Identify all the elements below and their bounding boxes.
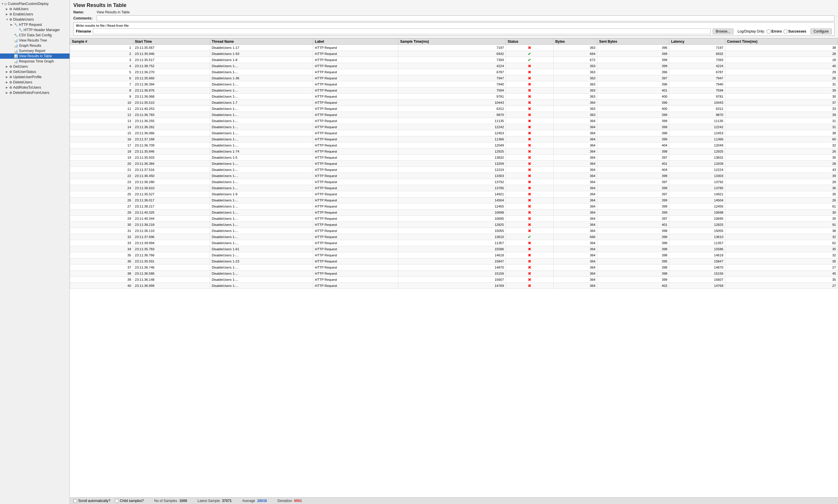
table-row[interactable]: 1523:11:36.066DisableUsers 1-...HTTP Req… (70, 130, 838, 136)
table-cell: ✖ (506, 216, 553, 222)
table-row[interactable]: 1823:11:35.846DisableUsers 1-74HTTP Requ… (70, 148, 838, 155)
table-row[interactable]: 2423:11:36.610DisableUsers 1-...HTTP Req… (70, 185, 838, 191)
table-row[interactable]: 1623:11:37.168DisableUsers 1-...HTTP Req… (70, 136, 838, 142)
sidebar-item-disable-users[interactable]: ▼ ⚙ DisableUsers (0, 17, 70, 22)
sidebar-item-label: Summary Report (19, 49, 46, 53)
browse-button[interactable]: Browse... (713, 29, 734, 34)
table-cell: 23:11:36.066 (133, 130, 210, 136)
sidebar-item-view-results-table[interactable]: 📊 View Results in Table (0, 53, 70, 59)
table-row[interactable]: 3323:11:39.994DisableUsers 1-...HTTP Req… (70, 240, 838, 246)
table-cell: 32 (725, 252, 838, 258)
sidebar-item-update-user-profile[interactable]: ▶ ⚙ UpdateUserProfile (0, 74, 70, 79)
table-row[interactable]: 2623:11:36.017DisableUsers 1-...HTTP Req… (70, 197, 838, 203)
table-row[interactable]: 3423:11:35.783DisableUsers 1-61HTTP Requ… (70, 246, 838, 252)
table-row[interactable]: 223:11:35.946DisableUsers 1-93HTTP Reque… (70, 51, 838, 57)
comments-input[interactable] (97, 15, 835, 21)
table-row[interactable]: 1423:11:36.262DisableUsers 1-...HTTP Req… (70, 124, 838, 130)
table-cell: 4224 (669, 63, 725, 69)
successes-checkbox-label[interactable]: Successes (784, 29, 806, 33)
table-row[interactable]: 1723:11:36.709DisableUsers 1-...HTTP Req… (70, 142, 838, 148)
table-cell: ✖ (506, 173, 553, 179)
errors-checkbox[interactable] (767, 30, 770, 33)
table-row[interactable]: 2823:11:40.325DisableUsers 1-...HTTP Req… (70, 210, 838, 216)
table-row[interactable]: 3823:11:36.586DisableUsers 1-...HTTP Req… (70, 271, 838, 277)
table-row[interactable]: 2523:11:35.527DisableUsers 1-9HTTP Reque… (70, 191, 838, 197)
table-cell: ✖ (506, 252, 553, 258)
sidebar-item-http-request[interactable]: ▶ 🔧 HTTP Request (0, 22, 70, 27)
sidebar-item-delete-roles-from-users[interactable]: ▶ ⚙ DeleteRolesFromUsers (0, 90, 70, 95)
sidebar-item-label: Response Time Graph (19, 59, 54, 64)
filename-input[interactable] (93, 29, 711, 34)
table-cell: 31 (725, 124, 838, 130)
sidebar-item-view-results-tree[interactable]: 📊 View Results Tree (0, 38, 70, 43)
table-row[interactable]: 4023:11:36.999DisableUsers 1-...HTTP Req… (70, 283, 838, 289)
table-cell: 23:11:36.255 (133, 118, 210, 124)
sidebar-item-enable-users[interactable]: ▶ ⚙ EnableUsers (0, 12, 70, 17)
table-cell: 23:11:38.752 (133, 63, 210, 69)
table-row[interactable]: 3023:11:38.218DisableUsers 1-...HTTP Req… (70, 222, 838, 228)
sidebar-item-response-time-graph[interactable]: 📊 Response Time Graph (0, 59, 70, 64)
child-samples-checkbox[interactable] (115, 499, 119, 503)
status-err-icon: ✖ (528, 204, 531, 209)
sidebar-item-add-users[interactable]: ▶ ⚙ AddUsers (0, 6, 70, 12)
table-row[interactable]: 723:11:36.394DisableUsers 1-...HTTP Requ… (70, 82, 838, 88)
configure-button[interactable]: Configure (810, 29, 832, 34)
table-row[interactable]: 1123:11:40.253DisableUsers 1-...HTTP Req… (70, 106, 838, 112)
table-cell: ✖ (506, 142, 553, 148)
table-row[interactable]: 1223:11:36.783DisableUsers 1-...HTTP Req… (70, 112, 838, 118)
table-row[interactable]: 1323:11:36.255DisableUsers 1-...HTTP Req… (70, 118, 838, 124)
table-row[interactable]: 623:11:35.660DisableUsers 1-36HTTP Reque… (70, 75, 838, 82)
sidebar-item-get-users[interactable]: ▶ ⚙ GetUsers (0, 64, 70, 69)
average-stat: Average 28016 (242, 499, 267, 503)
table-cell: 3 (70, 57, 133, 63)
table-row[interactable]: 3623:11:35.591DisableUsers 1-23HTTP Requ… (70, 258, 838, 265)
status-err-icon: ✖ (528, 210, 531, 215)
table-row[interactable]: 923:11:36.068DisableUsers 1-...HTTP Requ… (70, 94, 838, 100)
table-row[interactable]: 2323:11:36.280DisableUsers 1-...HTTP Req… (70, 179, 838, 185)
table-cell: 29 (725, 69, 838, 75)
table-row[interactable]: 3123:11:36.110DisableUsers 1-...HTTP Req… (70, 228, 838, 234)
scroll-auto-checkbox[interactable] (73, 499, 77, 503)
table-cell: 91 (725, 222, 838, 228)
table-cell: DisableUsers 1-... (210, 222, 313, 228)
file-section-title: Write results to file / Read from file (76, 24, 832, 27)
sidebar-item-http-header-mgr[interactable]: 🔧 HTTP Header Manager (0, 27, 70, 33)
table-row[interactable]: 823:11:36.876DisableUsers 1-...HTTP Requ… (70, 88, 838, 94)
table-row[interactable]: 2723:11:38.217DisableUsers 1-...HTTP Req… (70, 203, 838, 210)
sidebar-item-summary-report[interactable]: 📊 Summary Report (0, 48, 70, 53)
table-row[interactable]: 3923:11:36.148DisableUsers 1-...HTTP Req… (70, 277, 838, 283)
sidebar-item-get-user-status[interactable]: ▶ ⚙ GetUserStatus (0, 69, 70, 74)
table-row[interactable]: 3223:11:37.696DisableUsers 1-...HTTP Req… (70, 234, 838, 240)
table-row[interactable]: 423:11:38.752DisableUsers 1-...HTTP Requ… (70, 63, 838, 69)
table-row[interactable]: 1923:11:35.503DisableUsers 1-5HTTP Reque… (70, 155, 838, 161)
table-row[interactable]: 323:11:35.517DisableUsers 1-8HTTP Reques… (70, 57, 838, 63)
errors-checkbox-label[interactable]: Errors (767, 29, 782, 33)
sidebar-item-csv-data-set[interactable]: 🔧 CSV Data Set Config (0, 33, 70, 38)
table-row[interactable]: 1023:11:35.515DisableUsers 1-7HTTP Reque… (70, 100, 838, 106)
table-cell: 395 (597, 258, 669, 265)
table-cell: HTTP Request (313, 277, 398, 283)
table-cell: ✖ (506, 136, 553, 142)
status-err-icon: ✖ (528, 70, 531, 74)
table-row[interactable]: 2923:11:40.344DisableUsers 1-...HTTP Req… (70, 216, 838, 222)
sidebar-item-custos-plan[interactable]: ▼ ▷ CustosPlanCustomDeploy (0, 1, 70, 6)
table-cell: 37 (70, 265, 133, 271)
sidebar-item-add-roles-to-users[interactable]: ▶ ⚙ AddRolesToUsers (0, 85, 70, 90)
table-cell: 7594 (398, 88, 506, 94)
table-row[interactable]: 3523:11:36.766DisableUsers 1-...HTTP Req… (70, 252, 838, 258)
table-cell: 14769 (398, 283, 506, 289)
table-row[interactable]: 123:11:35.567DisableUsers 1-17HTTP Reque… (70, 45, 838, 51)
table-row[interactable]: 2123:11:37.516DisableUsers 1-...HTTP Req… (70, 167, 838, 173)
successes-checkbox[interactable] (784, 30, 787, 33)
table-row[interactable]: 523:11:36.270DisableUsers 1-...HTTP Requ… (70, 69, 838, 75)
sidebar-item-graph-results[interactable]: 📊 Graph Results (0, 43, 70, 48)
table-cell: ✖ (506, 179, 553, 185)
table-row[interactable]: 2223:11:36.450DisableUsers 1-...HTTP Req… (70, 173, 838, 179)
table-row[interactable]: 2023:11:36.384DisableUsers 1-...HTTP Req… (70, 161, 838, 167)
results-table-container: Sample # Start Time Thread Name Label Sa… (70, 38, 838, 497)
table-row[interactable]: 3723:11:36.746DisableUsers 1-...HTTP Req… (70, 265, 838, 271)
table-cell: ✖ (506, 148, 553, 155)
node-icon: ⚙ (9, 86, 12, 90)
table-cell: 13209 (398, 161, 506, 167)
sidebar-item-delete-users[interactable]: ▶ ⚙ DeleteUsers (0, 79, 70, 85)
